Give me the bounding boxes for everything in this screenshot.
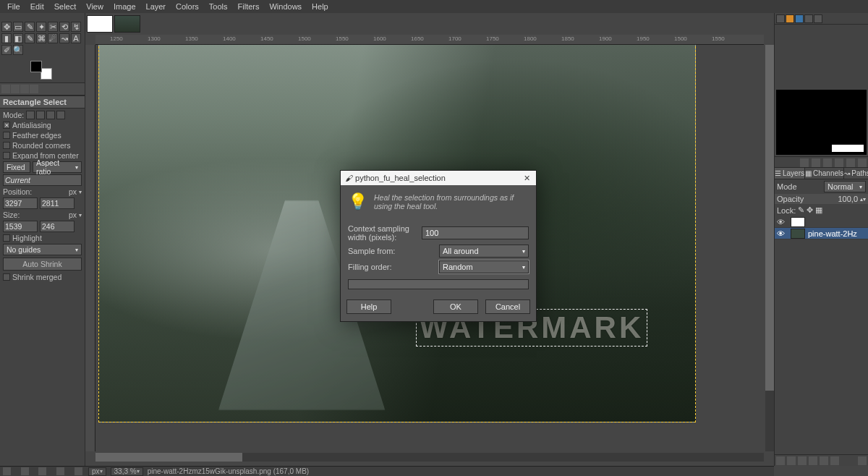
help-button[interactable]: Help [346, 299, 391, 314]
bg-color[interactable] [41, 68, 52, 80]
status-icon-3[interactable] [38, 467, 46, 475]
menu-edit[interactable]: Edit [26, 1, 48, 12]
delete-layer-icon[interactable] [858, 456, 867, 465]
mode-intersect-icon[interactable] [56, 111, 65, 119]
lock-position-icon[interactable]: ✥ [807, 205, 813, 215]
feather-check[interactable] [3, 132, 10, 139]
tab-paths[interactable]: ↝Paths [844, 168, 868, 179]
tool-warp[interactable]: ↯ [71, 22, 81, 32]
sample-from-select[interactable]: All around▾ [439, 245, 529, 258]
visibility-icon[interactable]: 👁 [776, 229, 785, 238]
cancel-button[interactable]: Cancel [485, 299, 530, 314]
tool-pencil[interactable]: ✎ [25, 33, 35, 43]
image-thumb-1[interactable] [87, 15, 113, 33]
brush-icon[interactable] [776, 14, 785, 23]
highlight-check[interactable] [3, 234, 10, 242]
font-icon[interactable] [804, 14, 813, 23]
tab-layers[interactable]: ☰Layers [775, 168, 805, 179]
image-thumb-2[interactable] [114, 15, 140, 33]
anchor-layer-icon[interactable] [830, 456, 839, 465]
position-unit[interactable]: px [69, 187, 77, 196]
dock-tab-1[interactable] [1, 85, 10, 93]
tool-smudge[interactable]: ☄ [48, 33, 58, 43]
status-icon-4[interactable] [56, 467, 64, 475]
tool-clone[interactable]: ⌘ [36, 33, 46, 43]
aspect-value[interactable] [3, 174, 82, 186]
lower-layer-icon[interactable] [809, 456, 817, 465]
nav-icon-1[interactable] [800, 158, 809, 167]
rounded-check[interactable] [3, 142, 10, 149]
expand-check[interactable] [3, 152, 10, 159]
mode-replace-icon[interactable] [26, 111, 35, 119]
pattern-icon[interactable] [786, 14, 794, 23]
tool-fuzzy[interactable]: ✦ [36, 22, 46, 32]
tool-path[interactable]: ↝ [59, 33, 69, 43]
duplicate-layer-icon[interactable] [820, 456, 828, 465]
layer-row-active[interactable]: 👁pine-watt-2Hz [775, 228, 868, 239]
nav-icon-3[interactable] [823, 158, 832, 167]
tool-free-select[interactable]: ✎ [25, 22, 35, 32]
menu-colors[interactable]: Colors [171, 1, 203, 12]
nav-icon-2[interactable] [812, 158, 820, 167]
blend-mode-combo[interactable]: Normal▾ [824, 181, 866, 192]
menu-file[interactable]: File [3, 1, 25, 12]
mode-subtract-icon[interactable] [46, 111, 55, 119]
dock-tab-4[interactable] [30, 85, 38, 93]
filling-order-select[interactable]: Random▾ [439, 260, 529, 273]
size-unit[interactable]: px [69, 211, 77, 219]
menu-tools[interactable]: Tools [205, 1, 232, 12]
guides-combo[interactable]: No guides▾ [3, 244, 82, 255]
auto-shrink-button[interactable]: Auto Shrink [3, 258, 82, 271]
close-icon[interactable]: ✕ [522, 173, 532, 183]
visibility-icon[interactable]: 👁 [776, 218, 785, 226]
nav-icon-5[interactable] [846, 158, 855, 167]
tool-text[interactable]: A [71, 33, 81, 43]
opacity-value[interactable]: 100,0 [838, 195, 858, 203]
ruler-horizontal[interactable]: 1250130013501400145015001550160016501700… [95, 35, 764, 45]
ruler-vertical[interactable] [85, 45, 95, 451]
nav-icon-4[interactable] [835, 158, 843, 167]
menu-filters[interactable]: Filters [234, 1, 264, 12]
menu-windows[interactable]: Windows [265, 1, 306, 12]
status-zoom[interactable]: 33,3 % ▾ [111, 467, 143, 476]
status-icon-2[interactable] [21, 467, 29, 475]
navigation-thumb[interactable] [776, 90, 867, 155]
scrollbar-v[interactable] [765, 45, 774, 451]
raise-layer-icon[interactable] [798, 456, 807, 465]
layer-group-icon[interactable] [787, 456, 796, 465]
tool-rect-select[interactable]: ▭ [13, 22, 23, 32]
shrink-merged-check[interactable] [3, 273, 10, 281]
pos-x[interactable] [3, 197, 38, 209]
lock-alpha-icon[interactable]: ▦ [815, 205, 822, 215]
mode-add-icon[interactable] [36, 111, 45, 119]
menu-select[interactable]: Select [50, 1, 81, 12]
dock-tab-3[interactable] [20, 85, 29, 93]
tool-zoom[interactable]: 🔍 [13, 45, 23, 55]
dialog-titlebar[interactable]: 🖌 python_fu_heal_selection ✕ [341, 171, 536, 185]
dock-tab-2[interactable] [11, 85, 20, 93]
tool-bucket[interactable]: ▮ [1, 33, 12, 43]
tool-gradient[interactable]: ◧ [13, 33, 23, 43]
scrollbar-h[interactable] [95, 453, 764, 462]
layer-row-hidden[interactable]: 👁 [775, 216, 868, 228]
status-icon-1[interactable] [3, 467, 11, 475]
nav-icon-6[interactable] [858, 158, 867, 167]
tool-picker[interactable]: ✐ [1, 45, 12, 55]
fixed-combo[interactable]: Fixed [3, 161, 30, 173]
status-icon-5[interactable] [75, 467, 82, 475]
size-h[interactable] [40, 221, 75, 232]
sampling-width-input[interactable] [422, 226, 529, 239]
fg-color[interactable] [30, 61, 42, 72]
menu-image[interactable]: Image [109, 1, 140, 12]
status-unit[interactable]: px ▾ [88, 467, 106, 476]
tab-channels[interactable]: ▦Channels [805, 168, 844, 179]
tool-crop[interactable]: ✂ [48, 22, 58, 32]
aspect-combo[interactable]: Aspect ratio▾ [33, 161, 82, 173]
menu-layer[interactable]: Layer [142, 1, 171, 12]
gradient-icon[interactable] [795, 14, 804, 23]
menu-help[interactable]: Help [307, 1, 333, 12]
ok-button[interactable]: OK [433, 299, 478, 314]
fg-bg-colors[interactable] [30, 61, 52, 80]
lock-pixels-icon[interactable]: ✎ [798, 205, 804, 215]
tool-transform[interactable]: ⟲ [59, 22, 69, 32]
